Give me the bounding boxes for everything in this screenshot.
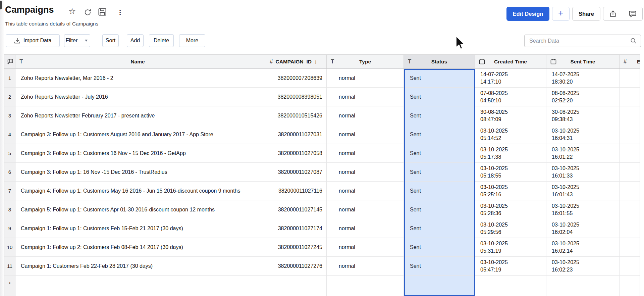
cell-type[interactable]: normal <box>327 257 404 275</box>
cell-campaign-id[interactable]: 382000011027058 <box>260 144 327 162</box>
cell-sent-time[interactable]: 08-08-2025 02:52:20 <box>546 88 620 106</box>
cell-empty[interactable] <box>404 292 475 296</box>
cell-type[interactable]: normal <box>327 88 404 106</box>
cell-created-time[interactable]: 03-10-2025 05:31:19 <box>475 238 546 256</box>
cell-empty[interactable] <box>620 292 640 296</box>
cell-status[interactable]: Sent <box>404 144 475 162</box>
cell-empty[interactable] <box>475 292 546 296</box>
cell-name[interactable]: Campaign 3: Follow up 1: 16 Nov -15 Dec … <box>15 163 260 181</box>
cell-empty[interactable] <box>546 276 620 292</box>
cell-sent-time[interactable]: 03-10-2025 16:01:22 <box>546 144 620 162</box>
cell-extra[interactable] <box>620 200 640 219</box>
row-number[interactable]: 7 <box>4 182 15 200</box>
cell-type[interactable]: normal <box>327 163 404 181</box>
row-number[interactable]: 2 <box>4 88 15 106</box>
cell-created-time[interactable]: 03-10-2025 05:28:36 <box>475 200 546 219</box>
add-view-button[interactable]: + <box>552 7 570 21</box>
cell-sent-time[interactable]: 30-08-2025 09:38:43 <box>546 106 620 125</box>
cell-name[interactable]: Campaign 4: Follow up 1: Customers May 1… <box>15 182 260 200</box>
cell-extra[interactable] <box>620 88 640 106</box>
cell-status[interactable]: Sent <box>404 88 475 106</box>
cell-sent-time[interactable]: 03-10-2025 16:01:33 <box>546 163 620 181</box>
cell-sent-time[interactable]: 03-10-2025 16:02:04 <box>546 219 620 238</box>
search-input[interactable] <box>524 35 641 47</box>
row-number[interactable]: 1 <box>4 69 15 87</box>
row-number[interactable]: 4 <box>4 125 15 144</box>
cell-sent-time[interactable]: 14-07-2025 18:30:20 <box>546 69 620 87</box>
column-header-type[interactable]: T Type <box>327 55 404 68</box>
column-header-name[interactable]: T Name <box>15 55 260 68</box>
cell-campaign-id[interactable]: 382000011027145 <box>260 200 327 219</box>
cell-type[interactable]: normal <box>327 144 404 162</box>
cell-sent-time[interactable]: 03-10-2025 16:01:55 <box>546 200 620 219</box>
filter-button[interactable]: Filter <box>64 35 79 47</box>
cell-extra[interactable] <box>620 219 640 238</box>
cell-extra[interactable] <box>620 106 640 125</box>
cell-campaign-id[interactable]: 382000011027116 <box>260 182 327 200</box>
cell-name[interactable]: Zoho Reports Newsletter, Mar 2016 - 2 <box>15 69 260 87</box>
cell-created-time[interactable]: 03-10-2025 05:17:38 <box>475 144 546 162</box>
cell-status[interactable]: Sent <box>404 106 475 125</box>
new-row-marker[interactable]: * <box>4 276 15 292</box>
cell-status[interactable]: Sent <box>404 219 475 238</box>
cell-created-time[interactable]: 07-08-2025 04:50:10 <box>475 88 546 106</box>
cell-campaign-id[interactable]: 382000011027031 <box>260 125 327 144</box>
cell-empty[interactable] <box>327 292 404 296</box>
cell-empty[interactable] <box>327 276 404 292</box>
cell-sent-time[interactable]: 03-10-2025 16:01:43 <box>546 182 620 200</box>
cell-type[interactable]: normal <box>327 219 404 238</box>
row-number[interactable]: 6 <box>4 163 15 181</box>
delete-button[interactable]: Delete <box>149 34 174 47</box>
cell-name[interactable]: Campaign 3: Follow up 1: Customers 16 No… <box>15 144 260 162</box>
row-number[interactable]: 3 <box>4 106 15 125</box>
row-number[interactable]: 5 <box>4 144 15 162</box>
cell-empty[interactable] <box>260 276 327 292</box>
cell-empty[interactable] <box>475 276 546 292</box>
cell-sent-time[interactable]: 03-10-2025 16:02:14 <box>546 238 620 256</box>
cell-type[interactable]: normal <box>327 106 404 125</box>
cell-status[interactable]: Sent <box>404 238 475 256</box>
cell-empty[interactable] <box>620 276 640 292</box>
cell-empty[interactable] <box>260 292 327 296</box>
select-all-header[interactable] <box>4 55 15 68</box>
favorite-star-icon[interactable]: ☆ <box>68 6 76 16</box>
cell-type[interactable]: normal <box>327 200 404 219</box>
cell-empty[interactable] <box>404 276 475 292</box>
cell-created-time[interactable]: 03-10-2025 05:18:55 <box>475 163 546 181</box>
cell-extra[interactable] <box>620 69 640 87</box>
cell-sent-time[interactable]: 03-10-2025 16:04:31 <box>546 125 620 144</box>
sort-button[interactable]: Sort <box>102 34 119 47</box>
cell-name[interactable]: Campaign 5: Follow up 1: Customers Apr 0… <box>15 200 260 219</box>
cell-empty[interactable] <box>15 292 260 296</box>
column-header-status[interactable]: T Status <box>404 55 475 68</box>
cell-status[interactable]: Sent <box>404 257 475 275</box>
edit-design-button[interactable]: Edit Design <box>506 7 549 21</box>
column-header-truncated[interactable]: # Em <box>620 55 640 68</box>
cell-type[interactable]: normal <box>327 69 404 87</box>
cell-created-time[interactable]: 03-10-2025 05:29:56 <box>475 219 546 238</box>
cell-extra[interactable] <box>620 125 640 144</box>
cell-status[interactable]: Sent <box>404 200 475 219</box>
row-number[interactable]: 8 <box>4 200 15 219</box>
cell-created-time[interactable]: 03-10-2025 05:14:52 <box>475 125 546 144</box>
more-button[interactable]: More <box>179 34 205 47</box>
cell-empty[interactable] <box>4 292 15 296</box>
cell-campaign-id[interactable]: 382000010515426 <box>260 106 327 125</box>
cell-name[interactable]: Campaign 1: Customers Feb 22-Feb 28 2017… <box>15 257 260 275</box>
row-number[interactable]: 9 <box>4 219 15 238</box>
cell-extra[interactable] <box>620 257 640 275</box>
cell-name[interactable]: Campaign 1: Follow up 1: Customers Feb 1… <box>15 219 260 238</box>
cell-status[interactable]: Sent <box>404 182 475 200</box>
cell-campaign-id[interactable]: 382000011027174 <box>260 219 327 238</box>
cell-empty[interactable] <box>546 292 620 296</box>
cell-campaign-id[interactable]: 382000011027245 <box>260 238 327 256</box>
refresh-icon[interactable] <box>84 8 92 16</box>
cell-extra[interactable] <box>620 144 640 162</box>
kebab-menu-icon[interactable]: ⋮ <box>117 8 123 16</box>
cell-extra[interactable] <box>620 182 640 200</box>
cell-name[interactable]: Campaign 1: Follow up 2: Customers Feb 0… <box>15 238 260 256</box>
column-header-campaign-id[interactable]: # CAMPAIGN_ID ↓ <box>260 55 327 68</box>
cell-status[interactable]: Sent <box>404 125 475 144</box>
cell-name[interactable]: Zoho Reports Newsletter - July 2016 <box>15 88 260 106</box>
add-button[interactable]: Add <box>127 34 144 47</box>
